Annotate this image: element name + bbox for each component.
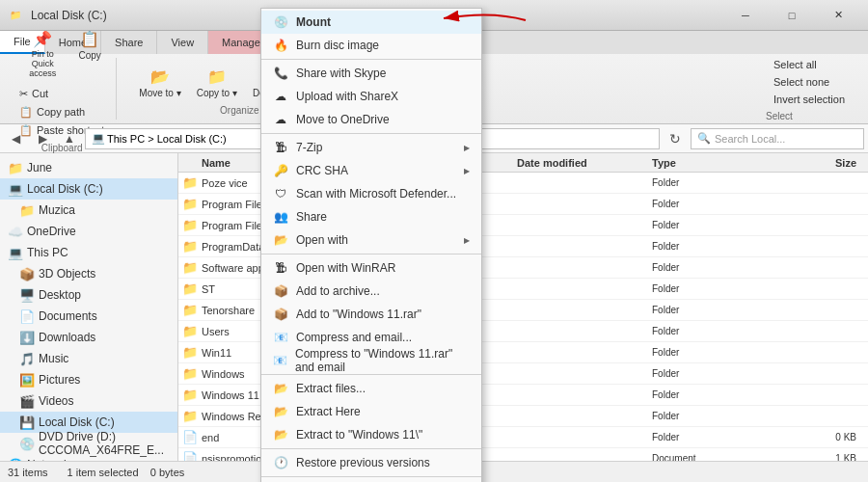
pin-button[interactable]: 📌 Pin to Quick access — [15, 24, 69, 82]
search-placeholder: Search Local... — [715, 133, 785, 145]
context-menu: 💿 Mount 🔥 Burn disc image 📞 Share with S… — [260, 8, 482, 482]
nav-icon: 💾 — [19, 415, 35, 430]
menu-item-icon: 📧 — [273, 353, 287, 368]
nav-item[interactable]: 💿DVD Drive (D:) CCCOMA_X64FRE_E... — [0, 433, 177, 454]
menu-separator — [261, 448, 481, 449]
file-type-cell: Folder — [652, 326, 787, 336]
menu-item-label: Share with Skype — [296, 67, 386, 80]
submenu-arrow-icon: ▶ — [464, 236, 470, 245]
context-menu-item[interactable]: ☁ Upload with ShareX — [261, 85, 481, 108]
nav-label: 3D Objects — [39, 267, 95, 281]
tab-view[interactable]: View — [157, 31, 208, 54]
context-menu-item[interactable]: 📦 Add to "Windows 11.rar" — [261, 303, 481, 326]
copy-path-icon: 📋 — [19, 106, 33, 119]
nav-item[interactable]: 🎵Music — [0, 348, 177, 369]
nav-item[interactable]: 🖼️Pictures — [0, 369, 177, 390]
nav-icon: 📄 — [19, 309, 35, 324]
file-icon: 📁 — [182, 324, 198, 338]
back-button[interactable]: ◀ — [4, 127, 27, 150]
context-menu-item[interactable]: 📞 Share with Skype — [261, 62, 481, 85]
nav-item[interactable]: 📁Muzica — [0, 200, 177, 221]
col-header-type: Type — [652, 157, 787, 169]
context-menu-item[interactable]: 👥 Share — [261, 205, 481, 228]
select-label: Select — [766, 111, 853, 121]
context-menu-item[interactable]: 📧 Compress to "Windows 11.rar" and email — [261, 349, 481, 372]
nav-item[interactable]: ☁️OneDrive — [0, 221, 177, 242]
context-menu-item[interactable]: 🕐 Restore previous versions — [261, 451, 481, 474]
ribbon-group-clipboard: 📌 Pin to Quick access 📋 Copy ✂ Cut 📋 Cop… — [8, 58, 117, 120]
file-name-text: Program Files — [202, 199, 267, 210]
file-icon: 📁 — [182, 303, 198, 317]
cut-label: Cut — [32, 88, 48, 99]
file-type-cell: Folder — [652, 241, 787, 252]
invert-selection-button[interactable]: Invert selection — [766, 92, 853, 107]
file-type-cell: Folder — [652, 411, 787, 421]
search-box[interactable]: 🔍 Search Local... — [691, 128, 864, 149]
path-text: This PC > Local Disk (C:) — [107, 133, 227, 145]
file-type-cell: Folder — [652, 177, 787, 188]
nav-icon: ☁️ — [8, 225, 23, 239]
context-menu-item[interactable]: 📂 Extract files... — [261, 377, 481, 400]
context-menu-item[interactable]: 🗜 7-Zip ▶ — [261, 136, 481, 159]
nav-item[interactable]: 🖥️Desktop — [0, 284, 177, 306]
file-type-cell: Folder — [652, 199, 787, 209]
nav-item[interactable]: 💻Local Disk (C:) — [0, 178, 177, 200]
minimize-button[interactable]: ─ — [723, 0, 768, 31]
context-menu-item[interactable]: 🔥 Burn disc image — [261, 34, 481, 57]
copy-to-button[interactable]: 📁 Copy to ▾ — [190, 62, 244, 101]
context-menu-item[interactable]: 📂 Open with ▶ — [261, 228, 481, 252]
context-menu-item[interactable]: 🔑 CRC SHA ▶ — [261, 159, 481, 182]
file-type-cell: Folder — [652, 368, 787, 379]
file-type-cell: Folder — [652, 347, 787, 358]
menu-item-label: Mount — [296, 15, 331, 29]
maximize-button[interactable]: □ — [770, 0, 814, 31]
nav-icon: 📁 — [19, 203, 35, 218]
menu-item-icon: 📦 — [273, 307, 288, 322]
context-menu-item[interactable]: 📂 Extract Here — [261, 400, 481, 423]
select-all-button[interactable]: Select all — [766, 57, 853, 72]
copy-button[interactable]: 📋 Copy — [71, 24, 108, 82]
nav-icon: 📦 — [19, 267, 35, 281]
file-name-text: end — [202, 432, 219, 443]
nav-item[interactable]: 💻This PC — [0, 242, 177, 263]
tab-share[interactable]: Share — [101, 31, 157, 54]
submenu-arrow-icon: ▶ — [464, 167, 470, 175]
menu-item-icon: 📧 — [273, 330, 288, 345]
context-menu-item[interactable]: 📧 Compress and email... — [261, 326, 481, 349]
nav-label: This PC — [27, 246, 68, 259]
menu-item-icon: 📞 — [273, 66, 288, 81]
title-bar-icons: 📁 — [8, 8, 23, 23]
context-menu-item[interactable]: 🛡 Scan with Microsoft Defender... — [261, 182, 481, 205]
menu-item-label: Share — [296, 210, 327, 224]
copy-path-button[interactable]: 📋 Copy path — [15, 104, 108, 120]
search-icon: 🔍 — [697, 132, 711, 145]
context-menu-item[interactable]: 🗜 Open with WinRAR — [261, 256, 481, 280]
context-menu-item[interactable]: ☁ Move to OneDrive — [261, 108, 481, 131]
menu-item-icon: 🔑 — [273, 163, 288, 178]
nav-item[interactable]: ⬇️Downloads — [0, 327, 177, 348]
context-menu-item[interactable]: 📦 Add to archive... — [261, 280, 481, 303]
nav-item[interactable]: 📄Documents — [0, 306, 177, 327]
file-name-text: Users — [202, 326, 230, 337]
nav-item[interactable]: 📁June — [0, 157, 177, 178]
menu-item-icon: 🔥 — [273, 38, 288, 53]
context-menu-item[interactable]: 💿 Mount — [261, 11, 481, 34]
file-icon: 📁 — [182, 239, 198, 254]
col-header-date: Date modified — [517, 157, 652, 169]
file-type-cell: Folder — [652, 432, 787, 442]
nav-item[interactable]: 📦3D Objects — [0, 263, 177, 284]
refresh-button[interactable]: ↻ — [664, 127, 687, 150]
forward-button[interactable]: ▶ — [31, 127, 54, 150]
move-to-button[interactable]: 📂 Move to ▾ — [132, 62, 187, 101]
nav-item[interactable]: 🎬Videos — [0, 390, 177, 412]
file-icon: 📁 — [182, 388, 198, 402]
copy-label: Copy — [78, 50, 100, 61]
cut-button[interactable]: ✂ Cut — [15, 86, 108, 102]
nav-icon: 🖼️ — [19, 373, 35, 388]
file-size-cell: 0 KB — [787, 432, 864, 442]
close-button[interactable]: ✕ — [816, 0, 860, 31]
up-button[interactable]: ▲ — [58, 127, 81, 150]
select-none-button[interactable]: Select none — [766, 74, 853, 90]
clipboard-buttons: 📌 Pin to Quick access 📋 Copy — [15, 24, 108, 82]
context-menu-item[interactable]: 📂 Extract to "Windows 11\" — [261, 423, 481, 446]
